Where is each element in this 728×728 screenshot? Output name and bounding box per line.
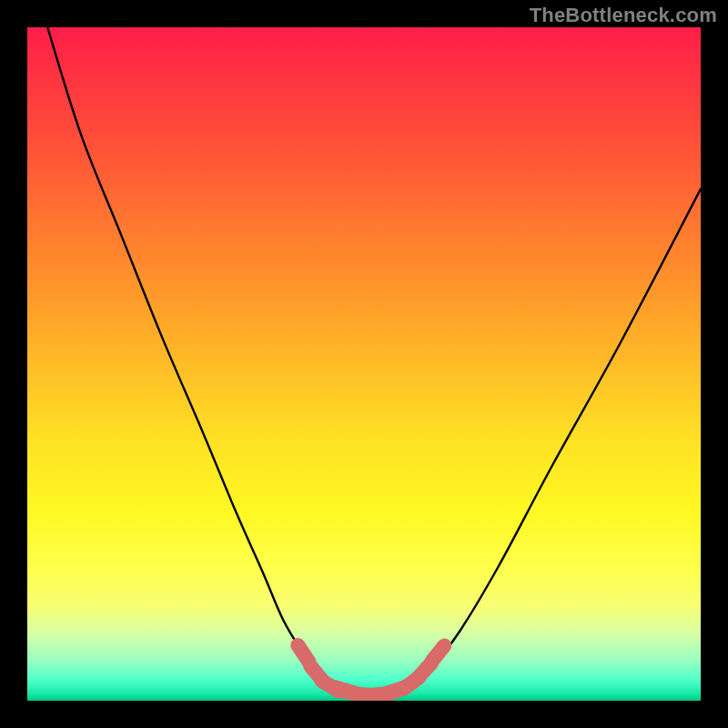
chart-marker [298,645,308,662]
chart-marker [310,666,323,682]
chart-frame: TheBottleneck.com [0,0,728,728]
chart-plot-area [27,27,701,701]
chart-marker [389,686,407,693]
chart-svg [27,27,701,701]
chart-marker [334,687,353,693]
chart-marker-run [344,690,398,695]
chart-markers [298,645,444,696]
chart-curve [47,27,701,695]
chart-marker [322,681,339,691]
watermark-text: TheBottleneck.com [530,4,717,27]
chart-marker [374,692,394,695]
chart-marker [432,646,445,662]
chart-marker [403,677,420,689]
chart-marker [418,663,431,678]
chart-marker [348,692,368,695]
